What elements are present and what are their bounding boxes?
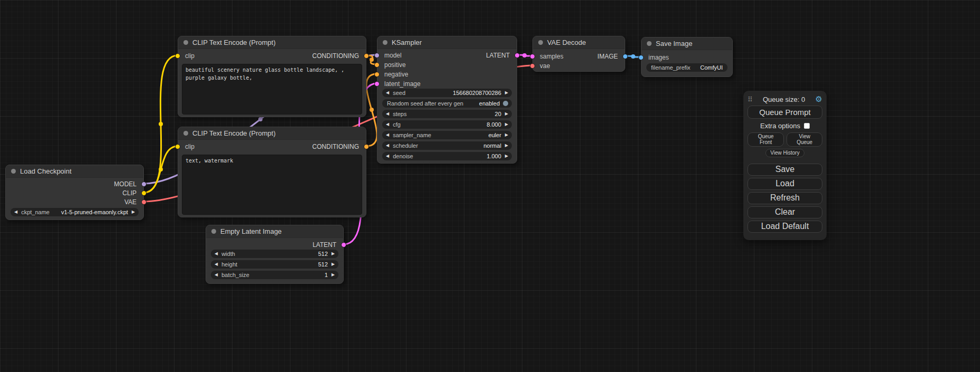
- positive-prompt-textarea[interactable]: beautiful scenery nature glass bottle la…: [182, 64, 362, 115]
- widget-sampler-name[interactable]: ◀ sampler_name euler ▶: [382, 131, 512, 139]
- input-dot-images[interactable]: [638, 55, 644, 60]
- input-dot-model[interactable]: [374, 53, 380, 58]
- collapse-dot-icon[interactable]: [647, 41, 652, 46]
- output-dot-conditioning[interactable]: [364, 53, 369, 59]
- decrement-arrow-icon[interactable]: ◀: [386, 154, 389, 158]
- node-load-checkpoint[interactable]: Load Checkpoint MODEL CLIP VAE ◀ ckpt_na…: [5, 165, 144, 220]
- queue-front-button[interactable]: Queue Front: [748, 132, 784, 147]
- node-title-bar[interactable]: VAE Decode: [533, 36, 625, 49]
- load-button[interactable]: Load: [748, 178, 822, 190]
- output-dot-model[interactable]: [141, 182, 147, 187]
- input-slot-vae[interactable]: vae: [533, 61, 625, 71]
- node-title-bar[interactable]: Save Image: [642, 37, 732, 50]
- negative-prompt-textarea[interactable]: text, watermark: [182, 155, 362, 215]
- input-dot-clip[interactable]: [175, 53, 180, 59]
- output-slot-model[interactable]: MODEL: [6, 179, 143, 188]
- decrement-arrow-icon[interactable]: ◀: [215, 262, 218, 266]
- widget-denoise[interactable]: ◀ denoise 1.000 ▶: [382, 152, 512, 160]
- node-save-image[interactable]: Save Image images filename_prefix ComfyU…: [641, 37, 733, 77]
- output-dot-vae[interactable]: [141, 199, 147, 205]
- node-clip-text-encode-positive[interactable]: CLIP Text Encode (Prompt) clip CONDITION…: [178, 36, 366, 117]
- increment-arrow-icon[interactable]: ▶: [505, 122, 508, 127]
- node-clip-text-encode-negative[interactable]: CLIP Text Encode (Prompt) clip CONDITION…: [178, 127, 366, 217]
- output-dot-image[interactable]: [623, 54, 628, 59]
- prev-arrow-icon[interactable]: ◀: [386, 133, 389, 137]
- node-title-bar[interactable]: Load Checkpoint: [6, 165, 143, 178]
- prev-arrow-icon[interactable]: ◀: [14, 210, 17, 214]
- decrement-arrow-icon[interactable]: ◀: [386, 91, 389, 95]
- widget-steps[interactable]: ◀ steps 20 ▶: [382, 110, 512, 118]
- graph-canvas[interactable]: Load Checkpoint MODEL CLIP VAE ◀ ckpt_na…: [0, 0, 980, 372]
- widget-width[interactable]: ◀ width 512 ▶: [211, 250, 338, 258]
- output-dot-latent[interactable]: [515, 53, 520, 58]
- extra-options-label: Extra options: [760, 122, 800, 130]
- input-slot-positive[interactable]: positive: [377, 60, 517, 70]
- decrement-arrow-icon[interactable]: ◀: [386, 122, 389, 127]
- increment-arrow-icon[interactable]: ▶: [505, 112, 508, 116]
- output-dot-latent[interactable]: [341, 242, 346, 247]
- drag-handle-icon[interactable]: ⠿: [748, 96, 753, 103]
- output-dot-clip[interactable]: [141, 190, 147, 196]
- node-title-bar[interactable]: KSampler: [377, 36, 517, 49]
- view-queue-button[interactable]: View Queue: [787, 132, 822, 147]
- next-arrow-icon[interactable]: ▶: [505, 133, 508, 137]
- collapse-dot-icon[interactable]: [183, 131, 188, 136]
- input-dot-vae[interactable]: [530, 63, 535, 69]
- widget-filename-prefix[interactable]: filename_prefix ComfyUI: [646, 63, 727, 72]
- node-title-bar[interactable]: CLIP Text Encode (Prompt): [178, 127, 366, 140]
- node-vae-decode[interactable]: VAE Decode samples IMAGE vae: [532, 36, 625, 72]
- widget-scheduler[interactable]: ◀ scheduler normal ▶: [382, 141, 512, 150]
- view-history-button[interactable]: View History: [765, 149, 804, 157]
- output-slot-latent[interactable]: LATENT: [206, 240, 343, 250]
- slot-label: clip: [185, 52, 195, 60]
- input-slot-latent-image[interactable]: latent_image: [377, 79, 517, 89]
- decrement-arrow-icon[interactable]: ◀: [215, 273, 218, 277]
- output-slot-vae[interactable]: VAE: [6, 197, 143, 206]
- slot-label: model: [384, 52, 402, 59]
- input-dot-positive[interactable]: [374, 62, 380, 68]
- collapse-dot-icon[interactable]: [211, 229, 216, 234]
- input-dot-clip[interactable]: [175, 144, 180, 149]
- widget-cfg[interactable]: ◀ cfg 8.000 ▶: [382, 120, 512, 129]
- load-default-button[interactable]: Load Default: [748, 221, 822, 233]
- settings-gear-icon[interactable]: ⚙: [816, 94, 822, 104]
- input-dot-samples[interactable]: [530, 54, 535, 59]
- input-dot-negative[interactable]: [374, 72, 380, 77]
- widget-batch-size[interactable]: ◀ batch_size 1 ▶: [211, 271, 338, 279]
- prev-arrow-icon[interactable]: ◀: [386, 144, 389, 148]
- increment-arrow-icon[interactable]: ▶: [505, 91, 508, 95]
- collapse-dot-icon[interactable]: [538, 40, 543, 45]
- decrement-arrow-icon[interactable]: ◀: [215, 252, 218, 256]
- next-arrow-icon[interactable]: ▶: [505, 144, 508, 148]
- queue-prompt-button[interactable]: Queue Prompt: [748, 106, 822, 119]
- increment-arrow-icon[interactable]: ▶: [332, 273, 335, 277]
- input-slot-images[interactable]: images: [642, 53, 732, 62]
- node-empty-latent-image[interactable]: Empty Latent Image LATENT ◀ width 512 ▶ …: [206, 225, 344, 284]
- output-slot-clip[interactable]: CLIP: [6, 188, 143, 197]
- node-title-bar[interactable]: CLIP Text Encode (Prompt): [178, 36, 366, 49]
- clear-button[interactable]: Clear: [748, 206, 822, 218]
- toggle-knob-icon[interactable]: [503, 101, 508, 106]
- increment-arrow-icon[interactable]: ▶: [332, 252, 335, 256]
- next-arrow-icon[interactable]: ▶: [132, 210, 135, 214]
- input-dot-latent-image[interactable]: [374, 81, 380, 87]
- node-title-bar[interactable]: Empty Latent Image: [206, 225, 343, 238]
- increment-arrow-icon[interactable]: ▶: [505, 154, 508, 158]
- output-dot-conditioning[interactable]: [364, 144, 369, 149]
- widget-seed[interactable]: ◀ seed 156680208700286 ▶: [382, 89, 512, 97]
- decrement-arrow-icon[interactable]: ◀: [386, 112, 389, 116]
- increment-arrow-icon[interactable]: ▶: [332, 262, 335, 266]
- save-button[interactable]: Save: [748, 164, 822, 176]
- widget-height[interactable]: ◀ height 512 ▶: [211, 260, 338, 269]
- slot-label: LATENT: [486, 52, 510, 59]
- refresh-button[interactable]: Refresh: [748, 192, 822, 204]
- widget-random-seed-toggle[interactable]: Random seed after every gen enabled: [382, 99, 512, 108]
- input-slot-negative[interactable]: negative: [377, 70, 517, 79]
- wire-clip-negative: [144, 146, 178, 193]
- collapse-dot-icon[interactable]: [11, 169, 16, 174]
- collapse-dot-icon[interactable]: [183, 40, 188, 45]
- node-ksampler[interactable]: KSampler model LATENT positive negative …: [377, 36, 517, 164]
- widget-ckpt-name[interactable]: ◀ ckpt_name v1-5-pruned-emaonly.ckpt ▶: [11, 208, 139, 216]
- extra-options-checkbox[interactable]: [804, 123, 810, 129]
- collapse-dot-icon[interactable]: [383, 40, 387, 45]
